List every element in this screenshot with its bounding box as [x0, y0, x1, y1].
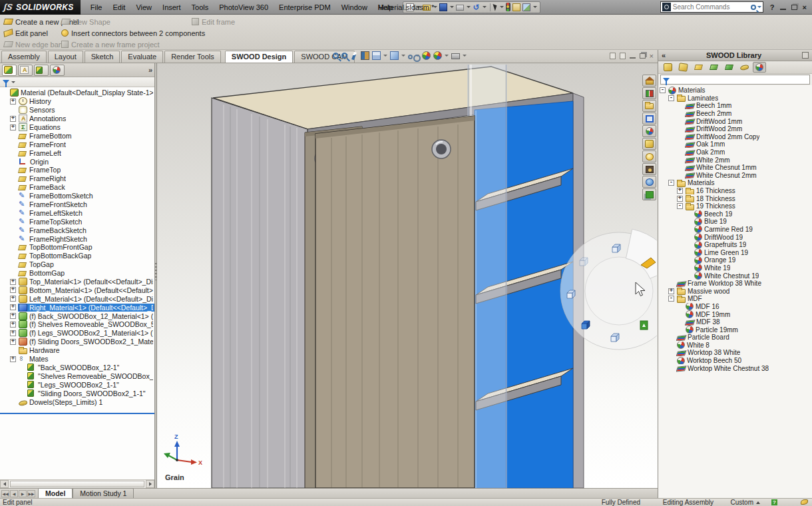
feature-tree-item[interactable]: +(f) Back_SWOODBox_12_Material<1> (Defau… — [0, 312, 154, 320]
expander-icon[interactable]: + — [10, 322, 16, 328]
menu-epdm[interactable]: Enterprise PDM — [274, 1, 335, 13]
propertymanager-tab[interactable] — [18, 65, 33, 76]
swood-open-button[interactable] — [642, 100, 656, 112]
library-tree-item[interactable]: Grapefruits 19 — [658, 241, 812, 249]
scrollbar-thumb[interactable] — [10, 481, 144, 487]
image-quality-icon[interactable] — [522, 3, 530, 11]
library-panel-button[interactable] — [692, 62, 705, 73]
doc-window-icon[interactable] — [620, 53, 626, 59]
scroll-left-icon[interactable] — [0, 480, 9, 488]
feature-tree-item[interactable]: +(f) Legs_SWOODBox2_1_Material<1> (Defau… — [0, 329, 154, 338]
feature-tree-item[interactable]: FrameBottom — [0, 131, 154, 140]
interference-lights-icon[interactable] — [506, 3, 510, 11]
feature-tree-item[interactable]: FrameFrontSketch — [0, 200, 154, 209]
swood-sync-button[interactable] — [642, 176, 656, 188]
swood-materials-button[interactable] — [642, 125, 656, 137]
library-tree-item[interactable]: Carmine Red 19 — [658, 226, 812, 234]
library-tree-item[interactable]: Oak 2mm — [658, 148, 812, 156]
expander-icon[interactable]: + — [10, 116, 16, 122]
tab-sketch[interactable]: Sketch — [85, 51, 120, 63]
edit-panel-button[interactable]: Edit panel — [4, 28, 48, 38]
library-tree-item[interactable]: Beech 1mm — [658, 102, 812, 110]
library-tree-item[interactable]: -19 Thickness — [658, 202, 812, 210]
swood-home-button[interactable] — [642, 75, 656, 87]
menu-photoview[interactable]: PhotoView 360 — [214, 1, 273, 13]
save-icon[interactable] — [439, 3, 447, 11]
expander-icon[interactable]: + — [10, 356, 16, 362]
expander-icon[interactable]: + — [668, 288, 674, 294]
dropdown-icon[interactable] — [445, 55, 449, 57]
status-units-selector[interactable]: Custom — [731, 499, 760, 506]
expander-icon[interactable]: + — [677, 196, 683, 202]
tab-model[interactable]: Model — [38, 488, 73, 498]
feature-tree-item[interactable]: Dowels(Steps_Limits) 1 — [0, 397, 154, 406]
graphics-viewport[interactable]: Z X Grain — [157, 63, 658, 488]
search-icon[interactable] — [751, 5, 756, 10]
swood-report-button[interactable] — [642, 188, 656, 200]
dropdown-icon[interactable] — [463, 55, 467, 57]
search-commands-box[interactable] — [660, 1, 763, 13]
feature-tree-item[interactable]: FrameFront — [0, 140, 154, 148]
expander-icon[interactable]: + — [10, 125, 16, 130]
close-icon[interactable]: × — [803, 3, 807, 11]
undo-icon[interactable]: ↺ — [473, 3, 479, 11]
library-tree-item[interactable]: +Massive wood — [658, 287, 812, 295]
new-document-icon[interactable] — [406, 3, 414, 11]
zoom-area-icon[interactable] — [341, 53, 347, 59]
menu-window[interactable]: Window — [337, 1, 372, 13]
library-tree-item[interactable]: Oak 1mm — [658, 140, 812, 148]
feature-tree-item[interactable]: +(f) Sliding Doors_SWOODBox2_1_Material<… — [0, 338, 154, 346]
feature-tree-item[interactable]: FrameBack — [0, 183, 154, 192]
library-tree-item[interactable]: Lime Green 19 — [658, 248, 812, 256]
expander-icon[interactable]: - — [677, 203, 683, 209]
feature-tree-item[interactable]: +Mates — [0, 355, 154, 364]
tab-layout[interactable]: Layout — [48, 51, 83, 63]
library-filter-input[interactable] — [672, 76, 807, 83]
feature-tree-item[interactable]: Origin — [0, 157, 154, 166]
library-edgeband-button[interactable] — [722, 62, 735, 73]
cabinet[interactable] — [212, 65, 584, 488]
feature-tree-item[interactable]: FrameLeft — [0, 148, 154, 157]
library-tree-item[interactable]: -Laminates — [658, 95, 812, 103]
expander-icon[interactable]: + — [10, 287, 16, 293]
search-input[interactable] — [673, 3, 751, 11]
swood-library-button[interactable] — [642, 87, 656, 99]
search-dropdown-icon[interactable] — [757, 6, 761, 8]
feature-tree-item[interactable]: +Right_Material<1> (Default<<Default>_Di… — [0, 303, 154, 312]
insert-connectors-button[interactable]: Insert connectors between 2 components — [61, 28, 205, 38]
library-tree-item[interactable]: White 8 — [658, 342, 812, 350]
menu-view[interactable]: View — [131, 1, 156, 13]
feature-tree-item[interactable]: +(f) Shelves Removeable_SWOODBox_5_Mater… — [0, 320, 154, 329]
expander-icon[interactable]: + — [10, 99, 16, 105]
feature-tree-item[interactable]: Sensors — [0, 106, 154, 115]
library-connector-button[interactable] — [737, 62, 751, 73]
tab-evaluate[interactable]: Evaluate — [121, 51, 163, 63]
zoom-fit-icon[interactable] — [333, 53, 339, 59]
library-filter-icon[interactable] — [663, 78, 670, 82]
status-help-icon[interactable]: ? — [771, 499, 777, 505]
doc-window-icon[interactable] — [610, 53, 616, 59]
feature-tree-item[interactable]: +Left_Material<1> (Default<<Default>_Dis… — [0, 294, 154, 303]
feature-tree-item[interactable]: +Equations — [0, 123, 154, 132]
feature-tree-item[interactable]: BottomGap — [0, 269, 154, 278]
expander-icon[interactable]: + — [10, 339, 16, 345]
feature-tree-item[interactable]: "Back_SWOODBox_12-1" — [0, 364, 154, 372]
library-tree-item[interactable]: +16 Thickness — [658, 187, 812, 195]
library-tree-item[interactable]: Worktop 38 White — [658, 349, 812, 357]
edit-appearance-icon[interactable] — [422, 51, 431, 60]
feature-tree-item[interactable]: TopBottomFrontGap — [0, 243, 154, 252]
scroll-right-icon[interactable] — [146, 480, 154, 488]
doc-minimize-icon[interactable] — [630, 53, 636, 59]
clipboard-icon[interactable] — [512, 3, 520, 11]
library-tree-item[interactable]: Worktop Beech 50 — [658, 357, 812, 365]
expander-icon[interactable]: - — [668, 95, 674, 101]
panel-pin-icon[interactable] — [802, 52, 809, 59]
gesture-view-icon[interactable] — [611, 334, 619, 342]
gesture-normal-to-icon[interactable] — [640, 321, 648, 330]
library-box-open-button[interactable] — [676, 62, 690, 73]
feature-tree-item[interactable]: FrameRight — [0, 174, 154, 183]
view-settings-icon[interactable] — [451, 53, 460, 59]
swood-cam-button[interactable] — [642, 163, 656, 175]
expander-icon[interactable]: + — [10, 304, 16, 310]
expander-icon[interactable]: + — [10, 279, 16, 285]
